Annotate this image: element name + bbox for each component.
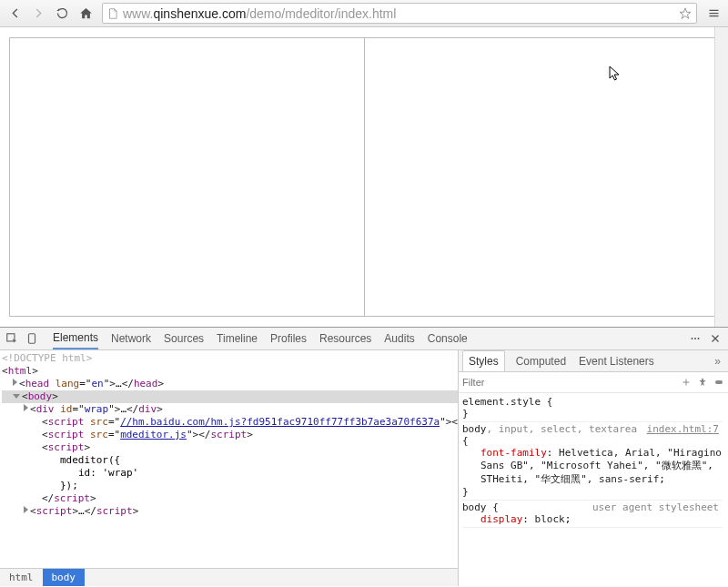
dom-inline-1[interactable]: mdeditor({ — [2, 454, 458, 467]
menu-button[interactable] — [703, 3, 724, 25]
tab-profiles[interactable]: Profiles — [270, 328, 307, 349]
styles-tab-more[interactable] — [713, 350, 723, 371]
dom-script-baidu-open[interactable]: <script src="//hm.baidu.com/hm.js?fd951f… — [2, 416, 458, 429]
new-rule-icon[interactable] — [681, 377, 692, 388]
tab-network[interactable]: Network — [111, 328, 151, 349]
page-viewport — [0, 27, 728, 328]
dom-panel: <!DOCTYPE html> <html> <head lang="en">…… — [0, 350, 459, 586]
dom-body-open[interactable]: <body> — [2, 390, 458, 403]
vertical-scrollbar[interactable] — [714, 27, 728, 327]
dom-script-mdeditor[interactable]: <script src="mdeditor.js"></script> — [2, 429, 458, 441]
inspect-icon[interactable] — [5, 332, 18, 345]
svg-rect-5 — [715, 380, 723, 384]
styles-tab-styles[interactable]: Styles — [462, 350, 505, 371]
address-bar[interactable]: www.qinshenxue.com/demo/mdeditor/index.h… — [102, 3, 697, 24]
pin-icon[interactable] — [697, 377, 708, 388]
svg-point-3 — [694, 338, 696, 339]
dom-inline-3[interactable]: }); — [2, 480, 458, 492]
svg-point-4 — [698, 338, 700, 339]
tab-audits[interactable]: Audits — [384, 328, 414, 349]
tab-sources[interactable]: Sources — [164, 328, 204, 349]
url-text: www.qinshenxue.com/demo/mdeditor/index.h… — [123, 6, 674, 21]
rule-element-style[interactable]: element.style { } — [462, 395, 723, 422]
styles-tabs: Styles Computed Event Listeners — [459, 350, 728, 372]
styles-filter-row — [459, 372, 728, 393]
forward-button[interactable] — [27, 3, 49, 25]
dom-doctype[interactable]: <!DOCTYPE html> — [2, 352, 458, 365]
rule-ua-body[interactable]: user agent stylesheet body { display: bl… — [462, 501, 723, 528]
rule-source-ua: user agent stylesheet — [592, 501, 723, 513]
tab-resources[interactable]: Resources — [319, 328, 371, 349]
back-button[interactable] — [4, 3, 25, 25]
styles-tab-computed[interactable]: Computed — [514, 350, 568, 371]
tab-timeline[interactable]: Timeline — [217, 328, 258, 349]
editor-pane-left[interactable] — [10, 38, 364, 316]
dom-script-inline-open[interactable]: <script> — [2, 441, 458, 454]
svg-rect-1 — [29, 334, 35, 344]
dom-div-wrap[interactable]: <div id="wrap">…</div> — [2, 403, 458, 416]
tab-elements[interactable]: Elements — [53, 328, 98, 349]
styles-rules[interactable]: element.style { } index.html:7 body, inp… — [459, 393, 728, 586]
rule-source-link[interactable]: index.html:7 — [647, 423, 723, 435]
dom-breadcrumbs: html body — [0, 568, 458, 586]
reload-button[interactable] — [51, 3, 73, 25]
dom-inline-2[interactable]: id: 'wrap' — [2, 467, 458, 480]
styles-filter-input[interactable] — [462, 377, 675, 388]
devtools-close-icon[interactable] — [710, 333, 721, 344]
page-icon — [106, 6, 119, 21]
rule-body-font[interactable]: index.html:7 body, input, select, textar… — [462, 422, 723, 501]
dom-head[interactable]: <head lang="en">…</head> — [2, 378, 458, 390]
crumb-html[interactable]: html — [0, 569, 43, 586]
editor-pane-right — [364, 38, 719, 316]
devtools: Elements Network Sources Timeline Profil… — [0, 328, 728, 586]
browser-toolbar: www.qinshenxue.com/demo/mdeditor/index.h… — [0, 0, 728, 27]
dom-script-collapsed[interactable]: <script>…</script> — [2, 505, 458, 518]
crumb-body[interactable]: body — [43, 569, 86, 586]
bookmark-star-icon[interactable] — [678, 6, 693, 21]
styles-tab-listeners[interactable]: Event Listeners — [577, 350, 656, 371]
dom-html-open[interactable]: <html> — [2, 365, 458, 378]
devtools-toolbar: Elements Network Sources Timeline Profil… — [0, 328, 728, 350]
styles-panel: Styles Computed Event Listeners element.… — [459, 350, 728, 586]
svg-point-2 — [692, 338, 693, 339]
dom-script-inline-close[interactable]: </script> — [2, 492, 458, 505]
dom-tree[interactable]: <!DOCTYPE html> <html> <head lang="en">…… — [0, 350, 458, 568]
devtools-more-icon[interactable] — [690, 333, 701, 344]
toggle-state-icon[interactable] — [713, 377, 724, 388]
device-mode-icon[interactable] — [25, 332, 38, 345]
home-button[interactable] — [75, 3, 96, 25]
tab-console[interactable]: Console — [428, 328, 468, 349]
devtools-tabs: Elements Network Sources Timeline Profil… — [53, 328, 468, 349]
